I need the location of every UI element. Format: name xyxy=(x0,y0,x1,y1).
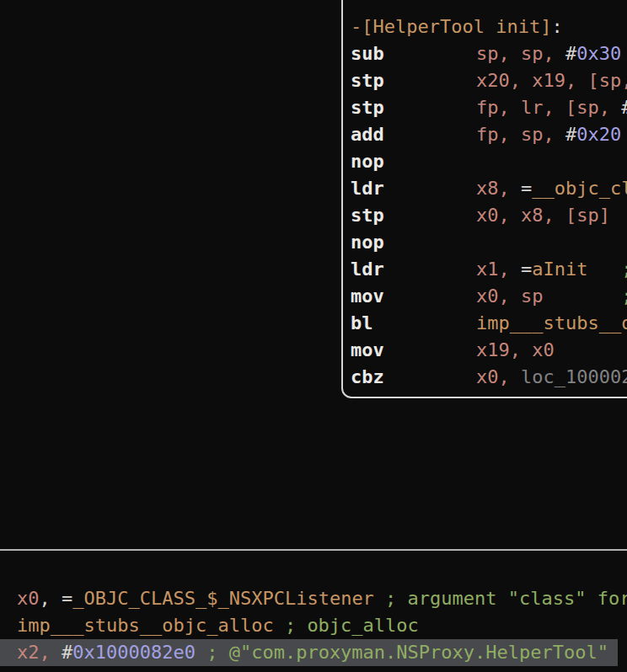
token-sym: aInit xyxy=(532,259,587,280)
token-com: ; @"com.proxyman.NSProxy.HelperTool" xyxy=(196,642,608,663)
token-sym: __objc_cl xyxy=(532,178,627,199)
token-pun: = xyxy=(521,259,532,280)
disassembler-view: -[HelperTool init]:subsp, sp, #0x30stpx2… xyxy=(0,0,627,672)
mnemonic: add xyxy=(351,121,476,148)
asm-line-stp2[interactable]: stpfp, lr, [sp, # xyxy=(351,94,627,121)
token-reg: x1, xyxy=(476,259,521,280)
token-pun: : xyxy=(551,16,562,37)
mnemonic: stp xyxy=(351,202,476,229)
token-loc: loc_100002 xyxy=(521,366,627,387)
mnemonic: bl xyxy=(351,310,476,337)
mnemonic: cbz xyxy=(351,364,476,391)
token-reg: x0, x8, [sp] xyxy=(476,205,610,226)
asm-line-mov2[interactable]: movx19, x0 xyxy=(351,337,627,364)
token-pun: , = xyxy=(40,588,73,609)
token-reg: x0 xyxy=(17,588,40,609)
token-pun: # xyxy=(565,124,576,145)
mnemonic: nop xyxy=(351,148,476,175)
token-sym: imp___stubs__o xyxy=(476,312,627,333)
asm-line-stp3[interactable]: stpx0, x8, [sp] xyxy=(351,202,627,229)
context-line-selected[interactable]: x2, #0x1000082e0 ; @"com.proxyman.NSProx… xyxy=(0,639,618,666)
disassembly-preview-panel: -[HelperTool init]:subsp, sp, #0x30stpx2… xyxy=(341,0,627,398)
context-pane: x0, =_OBJC_CLASS_$_NSXPCListener ; argum… xyxy=(0,585,627,666)
context-line-class-ref[interactable]: x0, =_OBJC_CLASS_$_NSXPCListener ; argum… xyxy=(0,585,627,612)
token-imm: 0x30 xyxy=(576,43,621,64)
token-reg: x8, xyxy=(476,178,521,199)
token-pun: # xyxy=(621,97,627,118)
mnemonic: nop xyxy=(351,229,476,256)
asm-line-add[interactable]: addfp, sp, #0x20 xyxy=(351,121,627,148)
disassembly-code: -[HelperTool init]:subsp, sp, #0x30stpx2… xyxy=(351,13,627,391)
asm-function-label[interactable]: -[HelperTool init]: xyxy=(351,13,627,40)
token-reg: sp, sp, xyxy=(476,43,565,64)
context-line-objc-alloc[interactable]: imp___stubs__objc_alloc ; objc_alloc xyxy=(0,612,627,639)
token-reg: x2, xyxy=(17,642,62,663)
asm-line-stp1[interactable]: stpx20, x19, [sp, xyxy=(351,67,627,94)
token-reg: x20, x19, [sp, xyxy=(476,70,627,91)
token-pun: # xyxy=(565,43,576,64)
asm-line-ldr2[interactable]: ldrx1, =aInit ; xyxy=(351,256,627,283)
token-pun: # xyxy=(62,642,72,663)
token-imm: 0x20 xyxy=(576,124,621,145)
mnemonic: stp xyxy=(351,67,476,94)
token-reg: fp, lr, [sp, xyxy=(476,97,621,118)
asm-line-sub[interactable]: subsp, sp, #0x30 xyxy=(351,40,627,67)
token-reg: x0, xyxy=(476,366,521,387)
context-code: x0, =_OBJC_CLASS_$_NSXPCListener ; argum… xyxy=(0,585,627,666)
asm-line-mov1[interactable]: movx0, sp ; xyxy=(351,283,627,310)
asm-line-ldr1[interactable]: ldrx8, =__objc_cl xyxy=(351,175,627,202)
mnemonic: ldr xyxy=(351,256,476,283)
mnemonic: ldr xyxy=(351,175,476,202)
token-reg: x19, x0 xyxy=(476,339,555,360)
token-reg: fp, sp, xyxy=(476,124,565,145)
token-com: ; xyxy=(587,259,627,280)
mnemonic: sub xyxy=(351,40,476,67)
token-com: ; objc_alloc xyxy=(274,615,419,636)
mnemonic: stp xyxy=(351,94,476,121)
token-pun: = xyxy=(521,178,532,199)
asm-line-bl[interactable]: blimp___stubs__o xyxy=(351,310,627,337)
asm-line-cbz[interactable]: cbzx0, loc_100002 xyxy=(351,364,627,391)
token-imm: 0x1000082e0 xyxy=(72,642,196,663)
token-com: ; xyxy=(543,285,627,307)
pane-divider xyxy=(0,549,627,551)
asm-line-nop2[interactable]: nop xyxy=(351,229,627,256)
token-sym: -[HelperTool init] xyxy=(351,16,551,37)
token-reg: x0, sp xyxy=(476,285,543,307)
token-sym: _OBJC_CLASS_$_NSXPCListener xyxy=(72,588,374,609)
token-com: ; argument "class" for xyxy=(374,588,627,609)
asm-line-nop1[interactable]: nop xyxy=(351,148,627,175)
mnemonic: mov xyxy=(351,337,476,364)
mnemonic: mov xyxy=(351,283,476,310)
token-sym: imp___stubs__objc_alloc xyxy=(17,615,274,636)
